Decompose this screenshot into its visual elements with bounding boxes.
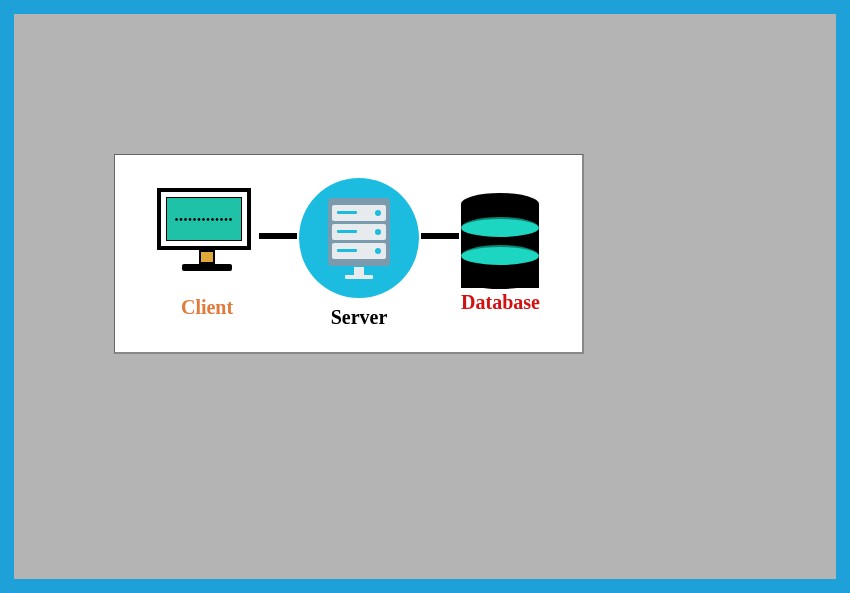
screen-dots: ••••••••••••• xyxy=(175,214,234,225)
db-ring xyxy=(461,217,539,239)
server-unit xyxy=(332,224,386,240)
monitor-stand xyxy=(199,250,215,264)
server-node: Server xyxy=(299,178,419,329)
db-cylinder xyxy=(461,193,539,283)
server-rack xyxy=(328,198,390,266)
architecture-diagram: ••••••••••••• Client Server xyxy=(114,154,584,354)
server-unit xyxy=(332,243,386,259)
server-base xyxy=(345,275,373,279)
client-monitor-icon: ••••••••••••• xyxy=(157,188,257,288)
client-node: ••••••••••••• Client xyxy=(157,188,257,319)
monitor-screen: ••••••••••••• xyxy=(166,197,242,241)
client-label: Client xyxy=(181,296,233,319)
monitor-base xyxy=(182,264,232,271)
server-unit xyxy=(332,205,386,221)
database-node: Database xyxy=(461,193,540,314)
server-stand xyxy=(354,267,364,275)
server-rack-icon xyxy=(299,178,419,298)
db-ring xyxy=(461,245,539,267)
server-label: Server xyxy=(331,306,388,329)
db-top xyxy=(461,193,539,215)
db-bottom xyxy=(461,267,539,289)
connector-client-server xyxy=(259,233,297,239)
connector-server-database xyxy=(421,233,459,239)
database-cylinder-icon xyxy=(461,193,539,283)
database-label: Database xyxy=(461,291,540,314)
monitor-frame: ••••••••••••• xyxy=(157,188,251,250)
